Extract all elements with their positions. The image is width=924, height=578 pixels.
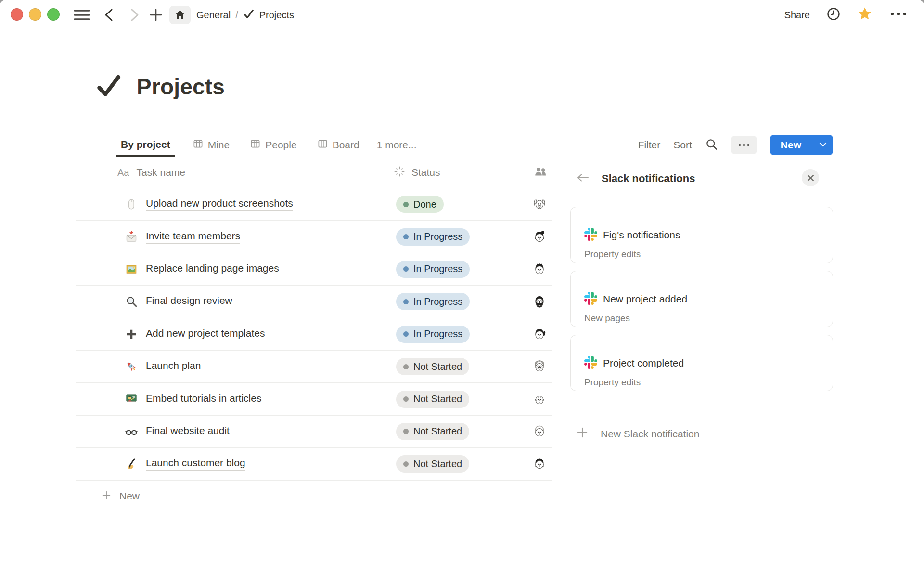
new-entry-dropdown[interactable] — [812, 135, 833, 155]
avatar-man-beard-glasses[interactable] — [532, 294, 547, 309]
status-dot-icon — [403, 202, 409, 207]
framed-picture-icon — [125, 263, 138, 276]
notification-title: New project added — [603, 293, 687, 305]
status-badge[interactable]: Not Started — [396, 358, 469, 375]
view-tab-mine[interactable]: Mine — [190, 133, 233, 157]
table-row[interactable]: Invite team members In Progress — [76, 220, 552, 252]
incoming-envelope-icon — [125, 231, 138, 243]
minimize-window-button[interactable] — [29, 8, 41, 21]
breadcrumb: General / Projects — [196, 0, 294, 30]
new-tab-icon[interactable] — [147, 0, 165, 30]
status-badge[interactable]: Not Started — [396, 391, 469, 408]
status-dot-icon — [403, 396, 409, 402]
avatar-woman-ponytail[interactable] — [532, 327, 547, 342]
avatar-sketch-woman[interactable] — [532, 424, 547, 439]
slack-notification-card[interactable]: Fig's notifications Property edits — [570, 207, 833, 263]
column-status[interactable]: Status — [411, 167, 440, 178]
task-title[interactable]: Upload new product screenshots — [146, 197, 293, 211]
status-dot-icon — [403, 234, 409, 239]
task-title[interactable]: Embed tutorials in articles — [146, 393, 261, 406]
notification-trigger: New pages — [584, 313, 819, 324]
avatar-man-spiky[interactable] — [532, 262, 547, 277]
task-title[interactable]: Replace landing page images — [146, 263, 279, 276]
zoom-window-button[interactable] — [47, 8, 60, 21]
column-task-name[interactable]: Task name — [136, 167, 185, 178]
table-row[interactable]: Launch plan Not Started — [76, 350, 552, 382]
table-row[interactable]: Final design review In Progress — [76, 285, 552, 317]
status-dot-icon — [403, 364, 409, 369]
text-property-icon: Aa — [117, 167, 129, 178]
table-row[interactable]: Final website audit Not Started — [76, 415, 552, 447]
slack-logo-icon — [584, 228, 597, 243]
task-title[interactable]: Launch plan — [146, 360, 201, 373]
task-title[interactable]: Final design review — [146, 295, 232, 308]
panel-title: Slack notifications — [602, 172, 695, 185]
status-badge[interactable]: Done — [396, 196, 444, 213]
favorite-star-icon[interactable] — [857, 6, 873, 24]
breadcrumb-page[interactable]: Projects — [243, 8, 294, 22]
history-clock-icon[interactable] — [826, 7, 841, 23]
arrow-left-icon[interactable] — [576, 172, 590, 185]
share-button[interactable]: Share — [784, 10, 810, 21]
slack-notifications-panel: Slack notifications Fig's notifications … — [552, 157, 924, 578]
new-slack-notification-button[interactable]: New Slack notification — [576, 426, 699, 441]
task-title[interactable]: Final website audit — [146, 425, 230, 438]
view-controls: Filter Sort New — [638, 135, 833, 155]
slack-notification-card[interactable]: New project added New pages — [570, 271, 833, 327]
writing-hand-icon — [125, 458, 138, 470]
notification-cards: Fig's notifications Property edits New p… — [570, 207, 924, 391]
view-tab-people[interactable]: People — [247, 133, 299, 157]
task-title[interactable]: Launch customer blog — [146, 457, 245, 471]
avatar-bald-sketch[interactable] — [532, 392, 547, 407]
breadcrumb-root[interactable]: General — [196, 10, 231, 21]
status-badge[interactable]: In Progress — [396, 261, 470, 278]
status-badge[interactable]: Not Started — [396, 455, 469, 473]
status-badge[interactable]: In Progress — [396, 326, 470, 343]
view-options-icon[interactable] — [731, 136, 757, 154]
page-check-icon[interactable] — [95, 72, 122, 101]
back-icon[interactable] — [101, 0, 116, 30]
table-view-icon — [250, 138, 261, 152]
close-icon[interactable] — [802, 169, 819, 186]
slack-logo-icon — [584, 356, 597, 371]
table-row[interactable]: Launch customer blog Not Started — [76, 447, 552, 480]
new-entry-button[interactable]: New — [770, 135, 812, 155]
window-titlebar: General / Projects Share — [0, 0, 924, 30]
table-row[interactable]: Add new project templates In Progress — [76, 318, 552, 350]
more-ellipsis-icon[interactable] — [889, 8, 908, 22]
status-badge[interactable]: In Progress — [396, 228, 470, 246]
notification-title: Fig's notifications — [603, 229, 680, 241]
status-dot-icon — [403, 429, 409, 434]
avatar-dog-sketch[interactable] — [532, 197, 547, 212]
task-title[interactable]: Invite team members — [146, 230, 240, 244]
status-badge[interactable]: In Progress — [396, 293, 470, 310]
avatar-woman-bun[interactable] — [532, 229, 547, 245]
menu-icon[interactable] — [72, 0, 91, 30]
search-icon[interactable] — [705, 138, 718, 153]
table-view-icon — [192, 138, 204, 152]
slack-notification-card[interactable]: Project completed Property edits — [570, 335, 833, 391]
people-property-icon[interactable] — [534, 165, 547, 181]
page-title[interactable]: Projects — [137, 74, 225, 100]
new-row-button[interactable]: New — [76, 480, 552, 512]
close-window-button[interactable] — [11, 8, 23, 21]
avatar-elder-glasses[interactable] — [532, 359, 547, 374]
avatar-woman-bob[interactable] — [532, 456, 547, 472]
filter-button[interactable]: Filter — [638, 139, 661, 151]
home-icon[interactable] — [169, 6, 191, 24]
status-badge[interactable]: Not Started — [396, 423, 469, 440]
more-views-button[interactable]: 1 more... — [377, 139, 417, 151]
table-row[interactable]: Replace landing page images In Progress — [76, 253, 552, 285]
chevron-down-icon — [819, 141, 827, 149]
view-tab-board[interactable]: Board — [314, 133, 362, 157]
notification-title: Project completed — [603, 357, 684, 369]
table-row[interactable]: Upload new product screenshots Done — [76, 188, 552, 220]
task-title[interactable]: Add new project templates — [146, 328, 265, 341]
table-row[interactable]: Embed tutorials in articles Not Started — [76, 382, 552, 415]
computer-mouse-icon — [125, 198, 138, 210]
forward-icon[interactable] — [127, 0, 142, 30]
window-controls — [11, 8, 60, 21]
view-tab-by-project[interactable]: By project — [116, 133, 175, 157]
status-dot-icon — [403, 461, 409, 467]
sort-button[interactable]: Sort — [673, 139, 692, 151]
